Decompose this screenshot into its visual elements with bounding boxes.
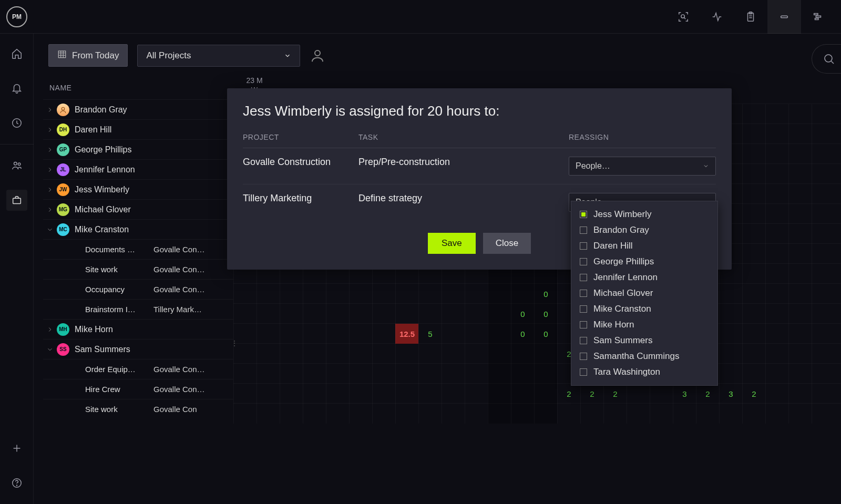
grid-cell[interactable] (696, 404, 719, 424)
expand-caret[interactable] (45, 165, 55, 174)
people-option[interactable]: Michael Glover (578, 285, 711, 301)
grid-cell[interactable] (580, 404, 603, 424)
grid-cell[interactable] (511, 344, 534, 364)
bell-icon[interactable] (6, 78, 27, 99)
grid-cell[interactable] (719, 304, 742, 324)
grid-cell[interactable] (395, 364, 418, 384)
person-filter-icon[interactable] (310, 48, 325, 64)
grid-cell[interactable] (650, 404, 673, 424)
person-row[interactable]: JL Jennifer Lennon (43, 159, 233, 179)
grid-cell[interactable] (812, 364, 835, 384)
grid-cell[interactable]: 12.5 (395, 324, 418, 344)
grid-cell[interactable] (742, 304, 765, 324)
grid-cell[interactable] (534, 364, 557, 384)
grid-cell[interactable] (765, 324, 788, 344)
grid-cell[interactable] (326, 284, 349, 304)
grid-cell[interactable] (280, 324, 303, 344)
grid-cell[interactable] (742, 264, 765, 284)
grid-cell[interactable] (303, 404, 326, 424)
checkbox[interactable] (580, 290, 587, 297)
grid-cell[interactable] (280, 304, 303, 324)
close-button[interactable]: Close (483, 233, 531, 254)
expand-caret[interactable] (45, 345, 55, 354)
checkbox[interactable] (580, 305, 587, 313)
grid-cell[interactable] (280, 404, 303, 424)
grid-cell[interactable] (233, 404, 257, 424)
grid-cell[interactable] (372, 344, 395, 364)
grid-cell[interactable]: 0 (511, 324, 534, 344)
grid-cell[interactable] (257, 384, 280, 404)
grid-cell[interactable] (627, 404, 650, 424)
person-row[interactable]: MH Mike Horn (43, 319, 233, 339)
person-row[interactable]: Brandon Gray (43, 99, 233, 119)
resource-icon[interactable] (767, 0, 801, 34)
grid-cell[interactable] (395, 404, 418, 424)
grid-cell[interactable] (812, 104, 835, 124)
grid-cell[interactable] (511, 404, 534, 424)
grid-cell[interactable] (280, 384, 303, 404)
expand-caret[interactable] (45, 225, 55, 234)
person-row[interactable]: MC Mike Cranston (43, 219, 233, 239)
grid-cell[interactable] (372, 324, 395, 344)
grid-cell[interactable] (788, 284, 812, 304)
grid-cell[interactable] (372, 284, 395, 304)
grid-cell[interactable] (303, 384, 326, 404)
grid-cell[interactable] (418, 384, 442, 404)
people-option[interactable]: Daren Hill (578, 238, 711, 254)
grid-cell[interactable] (765, 404, 788, 424)
grid-cell[interactable] (742, 124, 765, 144)
grid-cell[interactable] (280, 364, 303, 384)
grid-cell[interactable] (812, 324, 835, 344)
grid-cell[interactable] (812, 384, 835, 404)
grid-cell[interactable] (326, 344, 349, 364)
grid-cell[interactable] (303, 324, 326, 344)
grid-cell[interactable] (788, 124, 812, 144)
grid-cell[interactable] (742, 404, 765, 424)
grid-cell[interactable] (418, 304, 442, 324)
checkbox[interactable] (580, 242, 587, 250)
grid-cell[interactable] (719, 344, 742, 364)
grid-cell[interactable] (303, 304, 326, 324)
grid-cell[interactable] (442, 404, 465, 424)
gantt-icon[interactable] (801, 0, 835, 34)
people-option[interactable]: Mike Cranston (578, 301, 711, 317)
checkbox[interactable] (580, 211, 587, 218)
person-row[interactable]: SS Sam Summers (43, 339, 233, 359)
grid-cell[interactable] (418, 284, 442, 304)
grid-cell[interactable] (765, 204, 788, 224)
grid-cell[interactable] (465, 304, 488, 324)
save-button[interactable]: Save (428, 233, 476, 254)
grid-cell[interactable] (765, 384, 788, 404)
grid-cell[interactable]: 0 (534, 324, 557, 344)
people-option[interactable]: Tara Washington (578, 364, 711, 380)
grid-cell[interactable] (303, 364, 326, 384)
grid-cell[interactable] (812, 144, 835, 164)
checkbox[interactable] (580, 353, 587, 360)
grid-cell[interactable] (465, 324, 488, 344)
grid-cell[interactable] (257, 304, 280, 324)
grid-cell[interactable] (349, 404, 372, 424)
grid-cell[interactable] (788, 384, 812, 404)
grid-cell[interactable] (788, 224, 812, 244)
people-option[interactable]: Brandon Gray (578, 222, 711, 238)
grid-cell[interactable] (326, 304, 349, 324)
grid-cell[interactable] (257, 324, 280, 344)
activity-icon[interactable] (700, 0, 734, 34)
grid-cell[interactable] (372, 304, 395, 324)
grid-cell[interactable] (326, 404, 349, 424)
grid-cell[interactable] (465, 364, 488, 384)
grid-cell[interactable] (303, 284, 326, 304)
grid-cell[interactable] (812, 304, 835, 324)
people-option[interactable]: George Phillips (578, 254, 711, 270)
grid-cell[interactable] (788, 104, 812, 124)
grid-cell[interactable] (488, 384, 511, 404)
grid-cell[interactable] (442, 284, 465, 304)
subtask-row[interactable]: Order Equip… Govalle Con… (43, 359, 233, 379)
people-option[interactable]: Mike Horn (578, 317, 711, 333)
grid-cell[interactable] (788, 144, 812, 164)
grid-cell[interactable] (257, 284, 280, 304)
grid-cell[interactable] (742, 184, 765, 204)
grid-cell[interactable] (326, 324, 349, 344)
grid-cell[interactable]: 3 (719, 384, 742, 404)
grid-cell[interactable] (349, 344, 372, 364)
